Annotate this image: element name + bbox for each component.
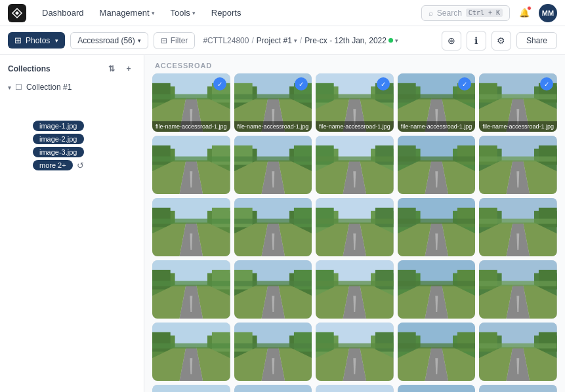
photo-cell[interactable]: ✓file-name-accessroad-1.jpg: [234, 73, 312, 132]
info-button[interactable]: ℹ: [467, 31, 486, 50]
filter-button[interactable]: ⊟ Filter: [154, 32, 196, 49]
photo-label: file-name-accessroad-1.jpg: [316, 121, 394, 132]
tag-image-3[interactable]: image-3.jpg: [33, 147, 84, 157]
status-dot: [388, 38, 393, 43]
svg-rect-133: [398, 208, 416, 227]
svg-rect-93: [479, 146, 497, 165]
svg-rect-63: [234, 146, 253, 165]
photo-cell[interactable]: [398, 323, 476, 381]
chevron-down-icon: ▾: [152, 10, 155, 16]
photo-cell[interactable]: [316, 136, 394, 194]
photo-cell[interactable]: [152, 198, 230, 256]
accessroad-dropdown[interactable]: Accessroad (56) ▾: [70, 32, 148, 49]
svg-rect-223: [316, 332, 334, 352]
expand-icon: ▾: [8, 84, 11, 91]
svg-rect-13: [234, 83, 253, 103]
svg-rect-150: [479, 219, 557, 224]
photo-cell[interactable]: [234, 323, 312, 381]
photo-cell[interactable]: [152, 260, 230, 319]
svg-rect-271: [316, 385, 394, 392]
photos-button[interactable]: ⊞ Photos ▾: [8, 32, 65, 49]
svg-rect-125: [375, 208, 394, 227]
svg-rect-43: [479, 83, 497, 103]
more-tags-button[interactable]: more 2+: [33, 160, 73, 170]
nav-reports[interactable]: Reports: [206, 5, 247, 20]
photo-cell[interactable]: [234, 260, 312, 319]
info-icon: ℹ: [474, 35, 478, 46]
svg-rect-195: [539, 270, 557, 290]
svg-rect-105: [212, 208, 230, 227]
notification-dot: [527, 6, 532, 10]
photo-cell[interactable]: [479, 323, 557, 381]
phase-dropdown[interactable]: Pre-cx - 12th Jan, 2022 ▾: [304, 36, 398, 45]
nav-dashboard[interactable]: Dashboard: [37, 5, 89, 20]
photo-cell[interactable]: [234, 385, 312, 392]
sort-collections-button[interactable]: ⇅: [104, 62, 119, 76]
check-badge: ✓: [540, 77, 553, 90]
photo-cell[interactable]: [398, 136, 476, 194]
photo-cell[interactable]: [316, 323, 394, 381]
photo-cell[interactable]: [398, 198, 476, 256]
refresh-icon[interactable]: ↺: [77, 161, 84, 170]
photo-cell[interactable]: [479, 385, 557, 392]
photo-cell[interactable]: [479, 198, 557, 256]
svg-rect-120: [234, 219, 312, 224]
photo-cell[interactable]: [316, 260, 394, 319]
svg-rect-50: [479, 94, 557, 100]
svg-rect-143: [479, 208, 497, 227]
add-collection-button[interactable]: +: [121, 62, 136, 76]
photo-content-area: ACCESSROAD ✓file-name-accessroad-1.jpg: [144, 55, 565, 392]
photo-cell[interactable]: [316, 385, 394, 392]
svg-rect-90: [398, 157, 476, 162]
photo-cell[interactable]: ✓file-name-accessroad-1.jpg: [479, 73, 557, 132]
svg-rect-145: [539, 208, 557, 227]
svg-rect-205: [212, 332, 230, 352]
svg-rect-215: [294, 332, 312, 352]
svg-rect-33: [398, 83, 416, 103]
project-dropdown[interactable]: Project #1 ▾: [257, 36, 297, 45]
photo-cell[interactable]: ✓file-name-accessroad-1.jpg: [152, 73, 230, 132]
svg-rect-23: [316, 83, 334, 103]
photo-cell[interactable]: [479, 260, 557, 319]
tag-image-1[interactable]: image-1.jpg: [33, 121, 84, 131]
chevron-down-icon: ▾: [192, 10, 196, 16]
photo-cell[interactable]: [234, 136, 312, 194]
search-bar[interactable]: ⌕ Search Ctrl + K: [421, 5, 510, 21]
svg-rect-113: [234, 208, 253, 227]
svg-rect-80: [316, 157, 394, 162]
avatar[interactable]: MM: [539, 4, 557, 22]
collection-item[interactable]: ▾ ☐ Collection #1: [0, 80, 144, 94]
svg-rect-240: [398, 343, 476, 348]
svg-rect-160: [152, 281, 230, 286]
app-logo[interactable]: [8, 4, 26, 22]
notifications-button[interactable]: 🔔: [515, 4, 534, 22]
photo-cell[interactable]: [398, 260, 476, 319]
tag-image-2[interactable]: image-2.jpg: [33, 134, 84, 144]
chevron-down-icon: ▾: [294, 37, 297, 44]
section-header: ACCESSROAD: [144, 55, 565, 73]
svg-rect-155: [212, 270, 230, 290]
photo-cell[interactable]: ✓file-name-accessroad-1.jpg: [398, 73, 476, 132]
photo-cell[interactable]: [479, 136, 557, 194]
svg-rect-251: [152, 385, 230, 392]
svg-rect-60: [152, 157, 230, 162]
photo-cell[interactable]: [152, 323, 230, 381]
layers-button[interactable]: ⊛: [442, 31, 461, 50]
photo-cell[interactable]: [398, 385, 476, 392]
photo-cell[interactable]: ✓file-name-accessroad-1.jpg: [316, 73, 394, 132]
settings-button[interactable]: ⚙: [492, 31, 511, 50]
collection-icon: ☐: [15, 83, 22, 92]
svg-rect-213: [234, 332, 253, 352]
nav-management[interactable]: Management ▾: [94, 5, 160, 20]
svg-rect-225: [375, 332, 394, 352]
photo-cell[interactable]: [316, 198, 394, 256]
svg-rect-210: [152, 343, 230, 348]
photo-cell[interactable]: [234, 198, 312, 256]
svg-rect-55: [212, 146, 230, 165]
photo-cell[interactable]: [152, 385, 230, 392]
share-button[interactable]: Share: [516, 32, 557, 49]
nav-tools[interactable]: Tools ▾: [165, 5, 201, 20]
photo-cell[interactable]: [152, 136, 230, 194]
search-shortcut: Ctrl + K: [466, 9, 503, 17]
svg-rect-245: [539, 332, 557, 352]
